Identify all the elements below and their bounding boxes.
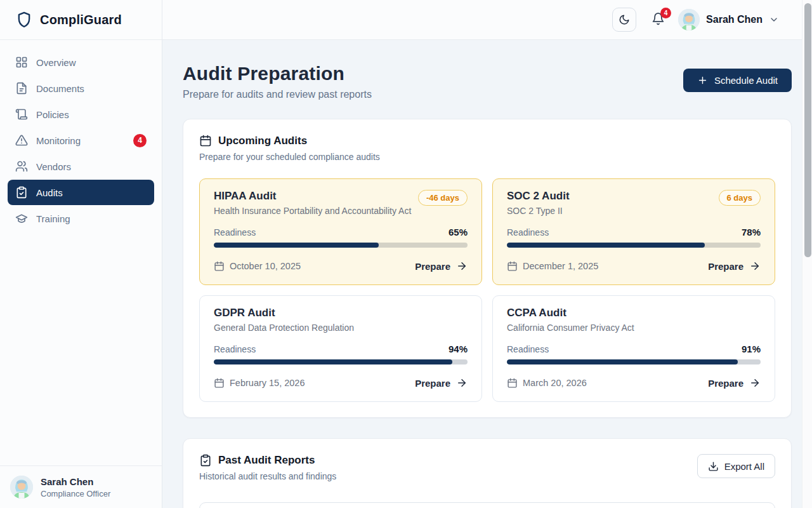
sidebar-item-training[interactable]: Training (8, 206, 154, 231)
sidebar: CompliGuard Overview Documents Policies … (0, 0, 162, 508)
schedule-audit-button[interactable]: Schedule Audit (683, 69, 792, 92)
readiness-label: Readiness (507, 344, 549, 354)
scrollbar-thumb[interactable] (804, 3, 811, 257)
sidebar-item-policies[interactable]: Policies (8, 102, 154, 127)
user-role: Compliance Officer (41, 489, 110, 498)
sidebar-item-vendors[interactable]: Vendors (8, 154, 154, 179)
theme-toggle-button[interactable] (612, 8, 636, 32)
user-name: Sarah Chen (41, 476, 110, 487)
sidebar-item-monitoring[interactable]: Monitoring 4 (8, 128, 154, 153)
sidebar-item-label: Training (36, 213, 70, 224)
past-reports-subtitle: Historical audit results and findings (199, 471, 336, 481)
audit-title: GDPR Audit (214, 307, 354, 319)
readiness-value: 94% (449, 344, 468, 354)
readiness-label: Readiness (214, 344, 256, 354)
prepare-label: Prepare (708, 378, 743, 389)
sidebar-item-label: Vendors (36, 161, 71, 172)
clipboard-check-icon (15, 186, 28, 199)
readiness-label: Readiness (507, 227, 549, 237)
avatar (678, 9, 700, 30)
main-content: Audit Preparation Prepare for audits and… (162, 40, 812, 508)
audit-subtitle: Health Insurance Portability and Account… (214, 206, 411, 216)
sidebar-item-label: Monitoring (36, 135, 81, 146)
notification-badge: 4 (660, 8, 671, 18)
user-menu[interactable]: Sarah Chen (678, 9, 779, 30)
audit-date: October 10, 2025 (230, 261, 301, 271)
calendar-icon (214, 378, 225, 389)
readiness-progress-fill (507, 359, 738, 364)
grid-icon (15, 56, 28, 69)
sidebar-item-audits[interactable]: Audits (8, 180, 154, 205)
export-all-button[interactable]: Export All (697, 454, 775, 478)
users-icon (15, 160, 28, 173)
audit-card-ccpa[interactable]: CCPA Audit California Consumer Privacy A… (492, 295, 775, 402)
export-all-label: Export All (724, 461, 764, 472)
readiness-value: 78% (742, 227, 761, 237)
past-reports-list (199, 502, 775, 508)
audit-date: March 20, 2026 (523, 378, 587, 388)
alert-triangle-icon (15, 134, 28, 147)
sidebar-item-label: Policies (36, 109, 69, 120)
content-column: 4 Sarah Chen Audit Preparation Prepare f… (162, 0, 812, 508)
top-header: 4 Sarah Chen (162, 0, 812, 40)
audit-title: SOC 2 Audit (507, 190, 570, 203)
scroll-icon (15, 108, 28, 121)
audit-card-soc2[interactable]: SOC 2 Audit SOC 2 Type II 6 days Readine… (492, 178, 775, 285)
days-remaining-badge: 6 days (719, 190, 761, 206)
prepare-link[interactable]: Prepare (415, 260, 468, 272)
audit-subtitle: California Consumer Privacy Act (507, 323, 634, 333)
notifications-button[interactable]: 4 (652, 12, 667, 27)
schedule-audit-label: Schedule Audit (714, 75, 778, 86)
prepare-link[interactable]: Prepare (708, 377, 761, 389)
calendar-icon (507, 378, 518, 389)
prepare-link[interactable]: Prepare (708, 260, 761, 272)
sidebar-item-label: Overview (36, 57, 76, 68)
arrow-right-icon (749, 377, 761, 389)
upcoming-audits-panel: Upcoming Audits Prepare for your schedul… (183, 119, 792, 418)
monitoring-count-badge: 4 (133, 134, 147, 147)
audit-grid: HIPAA Audit Health Insurance Portability… (199, 178, 775, 402)
prepare-label: Prepare (708, 261, 743, 272)
arrow-right-icon (749, 260, 761, 272)
download-icon (708, 461, 719, 472)
brand-name: CompliGuard (40, 13, 122, 27)
past-reports-panel: Past Audit Reports Historical audit resu… (183, 438, 792, 508)
sidebar-item-label: Documents (36, 83, 84, 94)
prepare-link[interactable]: Prepare (415, 377, 468, 389)
audit-title: CCPA Audit (507, 307, 634, 319)
sidebar-item-overview[interactable]: Overview (8, 50, 154, 75)
sidebar-user-profile[interactable]: Sarah Chen Compliance Officer (0, 465, 162, 508)
clipboard-check-icon (199, 454, 212, 467)
readiness-progress-track (507, 359, 761, 364)
document-icon (15, 82, 28, 95)
readiness-label: Readiness (214, 227, 256, 237)
readiness-value: 91% (742, 344, 761, 354)
page-subtitle: Prepare for audits and review past repor… (183, 89, 372, 100)
prepare-label: Prepare (415, 261, 450, 272)
moon-icon (619, 14, 630, 25)
readiness-progress-fill (214, 359, 452, 364)
sidebar-item-documents[interactable]: Documents (8, 76, 154, 101)
prepare-label: Prepare (415, 378, 450, 389)
audit-date: February 15, 2026 (230, 378, 305, 388)
sidebar-item-label: Audits (36, 187, 63, 198)
page-header: Audit Preparation Prepare for audits and… (183, 63, 792, 100)
arrow-right-icon (456, 260, 468, 272)
audit-subtitle: General Data Protection Regulation (214, 323, 354, 333)
scrollbar (802, 0, 812, 508)
calendar-icon (199, 135, 212, 147)
upcoming-audits-title: Upcoming Audits (218, 135, 307, 147)
upcoming-audits-subtitle: Prepare for your scheduled compliance au… (199, 152, 775, 162)
audit-card-hipaa[interactable]: HIPAA Audit Health Insurance Portability… (199, 178, 482, 285)
audit-card-gdpr[interactable]: GDPR Audit General Data Protection Regul… (199, 295, 482, 402)
readiness-progress-fill (507, 243, 705, 248)
chevron-down-icon (769, 15, 779, 25)
readiness-value: 65% (449, 227, 468, 237)
brand-logo: CompliGuard (0, 0, 162, 40)
readiness-progress-track (214, 243, 468, 248)
calendar-icon (214, 261, 225, 272)
shield-icon (15, 11, 33, 29)
page-title: Audit Preparation (183, 63, 372, 84)
sidebar-nav: Overview Documents Policies Monitoring 4 (0, 40, 162, 231)
readiness-progress-track (507, 243, 761, 248)
